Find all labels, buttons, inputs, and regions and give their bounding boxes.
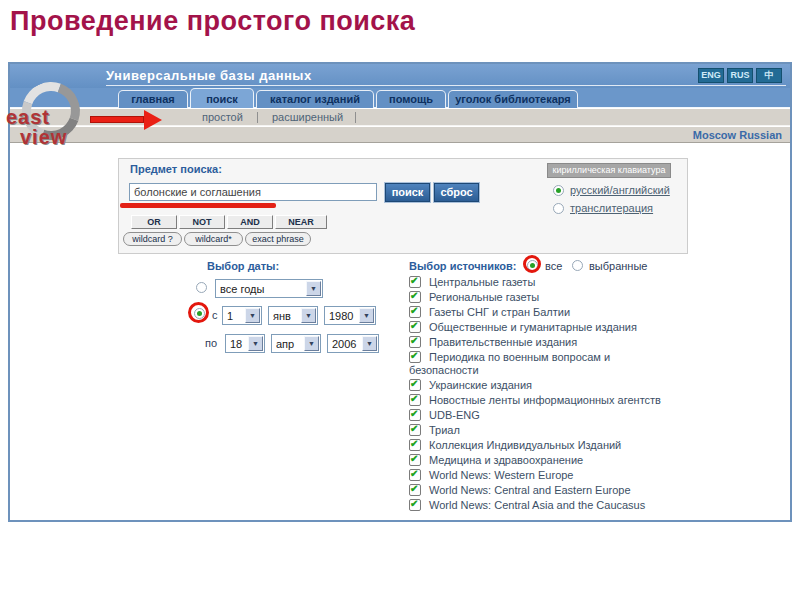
checkbox-checked-icon[interactable]: [409, 321, 421, 333]
source-label: Региональные газеты: [409, 291, 681, 304]
checkbox-checked-icon[interactable]: [409, 424, 421, 436]
source-label: World News: Central and Eastern Europe: [409, 484, 681, 497]
dropdown-arrow-icon[interactable]: [301, 308, 316, 323]
list-item: Центральные газеты: [409, 276, 681, 289]
logo-text-view: view: [20, 126, 67, 149]
selected-sources-label: выбранные: [589, 260, 647, 272]
annotation-underline: [120, 203, 276, 208]
to-day-value: 18: [230, 338, 248, 350]
from-year-value: 1980: [329, 310, 359, 322]
operator-not-button[interactable]: NOT: [179, 215, 225, 229]
radio-all-years[interactable]: [196, 282, 207, 293]
list-item: UDB-ENG: [409, 409, 681, 422]
dropdown-arrow-icon[interactable]: [304, 336, 319, 351]
all-years-select[interactable]: все годы: [215, 279, 323, 298]
lang-chinese-button[interactable]: 中: [756, 68, 782, 83]
tab-home[interactable]: главная: [118, 90, 188, 108]
radio-russian-english[interactable]: [553, 185, 564, 196]
checkbox-checked-icon[interactable]: [409, 409, 421, 421]
to-year-value: 2006: [332, 338, 362, 350]
wildcard-question-button[interactable]: wildcard ?: [123, 232, 182, 246]
list-item: Периодика по военным вопросам и безопасн…: [409, 351, 681, 377]
source-label: World News: Western Europe: [409, 469, 681, 482]
date-filter-label: Выбор даты:: [207, 260, 279, 272]
tab-search[interactable]: поиск: [190, 88, 254, 108]
source-label: Медицина и здравоохранение: [409, 454, 681, 467]
russian-english-link[interactable]: русский/английский: [570, 184, 670, 196]
list-item: Газеты СНГ и стран Балтии: [409, 306, 681, 319]
annotation-arrow: [90, 110, 164, 130]
dropdown-arrow-icon[interactable]: [362, 336, 377, 351]
subnav-divider: [257, 112, 258, 123]
checkbox-checked-icon[interactable]: [409, 439, 421, 451]
tab-catalog[interactable]: каталог изданий: [256, 90, 374, 108]
annotation-arrow-head: [144, 110, 162, 130]
tab-librarian-corner[interactable]: уголок библиотекаря: [448, 90, 578, 108]
source-label: World News: Central Asia and the Caucasu…: [409, 499, 681, 512]
all-years-value: все годы: [220, 283, 306, 295]
dropdown-arrow-icon[interactable]: [359, 308, 374, 323]
lang-eng-button[interactable]: ENG: [698, 68, 724, 83]
slide-title: Проведение простого поиска: [10, 6, 415, 37]
sources-label: Выбор источников:: [409, 260, 517, 272]
search-input[interactable]: [129, 183, 377, 201]
radio-selected-sources[interactable]: [572, 260, 583, 271]
list-item: World News: Central and Eastern Europe: [409, 484, 681, 497]
search-button[interactable]: поиск: [385, 183, 430, 202]
reset-button[interactable]: сброс: [434, 183, 479, 202]
sources-list: Центральные газеты Региональные газеты Г…: [409, 276, 681, 514]
to-year-select[interactable]: 2006: [327, 334, 379, 353]
list-item: Правительственные издания: [409, 336, 681, 349]
list-item: World News: Western Europe: [409, 469, 681, 482]
app-window: Универсальные базы данных ENG RUS 中 глав…: [8, 62, 792, 522]
source-label: Газеты СНГ и стран Балтии: [409, 306, 681, 319]
to-month-select[interactable]: апр: [271, 334, 321, 353]
operator-and-button[interactable]: AND: [227, 215, 273, 229]
source-label: Общественные и гуманитарные издания: [409, 321, 681, 334]
tab-help[interactable]: помощь: [376, 90, 446, 108]
to-day-select[interactable]: 18: [225, 334, 265, 353]
app-title: Универсальные базы данных: [106, 68, 312, 83]
dropdown-arrow-icon[interactable]: [306, 281, 321, 296]
exact-phrase-button[interactable]: exact phrase: [245, 232, 311, 246]
operator-or-button[interactable]: OR: [131, 215, 177, 229]
subnav-advanced-search[interactable]: расширенный: [272, 111, 343, 123]
checkbox-checked-icon[interactable]: [409, 336, 421, 348]
from-month-value: янв: [273, 310, 301, 322]
source-label: Центральные газеты: [409, 276, 681, 289]
all-sources-label: все: [545, 260, 562, 272]
radio-transliteration[interactable]: [553, 203, 564, 214]
annotation-circle-date-radio: [188, 302, 209, 323]
source-label: Триал: [409, 424, 681, 437]
date-to-label: по: [205, 337, 217, 349]
checkbox-checked-icon[interactable]: [409, 379, 421, 391]
cyrillic-keyboard-button[interactable]: кириллическая клавиатура: [547, 163, 671, 178]
checkbox-checked-icon[interactable]: [409, 469, 421, 481]
list-item: Триал: [409, 424, 681, 437]
transliteration-link[interactable]: транслитерация: [570, 202, 653, 214]
wildcard-star-button[interactable]: wildcard*: [184, 232, 243, 246]
source-label: Украинские издания: [409, 379, 681, 392]
checkbox-checked-icon[interactable]: [409, 351, 421, 363]
list-item: Украинские издания: [409, 379, 681, 392]
list-item: Медицина и здравоохранение: [409, 454, 681, 467]
checkbox-checked-icon[interactable]: [409, 276, 421, 288]
main-tabs: главная поиск каталог изданий помощь уго…: [10, 88, 790, 108]
from-day-select[interactable]: 1: [222, 306, 262, 325]
checkbox-checked-icon[interactable]: [409, 394, 421, 406]
subnav-simple-search[interactable]: простой: [202, 111, 243, 123]
lang-rus-button[interactable]: RUS: [727, 68, 753, 83]
locale-label: Moscow Russian: [693, 129, 782, 141]
checkbox-checked-icon[interactable]: [409, 306, 421, 318]
from-year-select[interactable]: 1980: [324, 306, 376, 325]
annotation-circle-all-sources-radio: [523, 255, 541, 273]
checkbox-checked-icon[interactable]: [409, 499, 421, 511]
date-from-label: с: [212, 309, 218, 321]
from-month-select[interactable]: янв: [268, 306, 318, 325]
dropdown-arrow-icon[interactable]: [245, 308, 260, 323]
checkbox-checked-icon[interactable]: [409, 454, 421, 466]
checkbox-checked-icon[interactable]: [409, 291, 421, 303]
dropdown-arrow-icon[interactable]: [248, 336, 263, 351]
operator-near-button[interactable]: NEAR: [275, 215, 327, 229]
checkbox-checked-icon[interactable]: [409, 484, 421, 496]
